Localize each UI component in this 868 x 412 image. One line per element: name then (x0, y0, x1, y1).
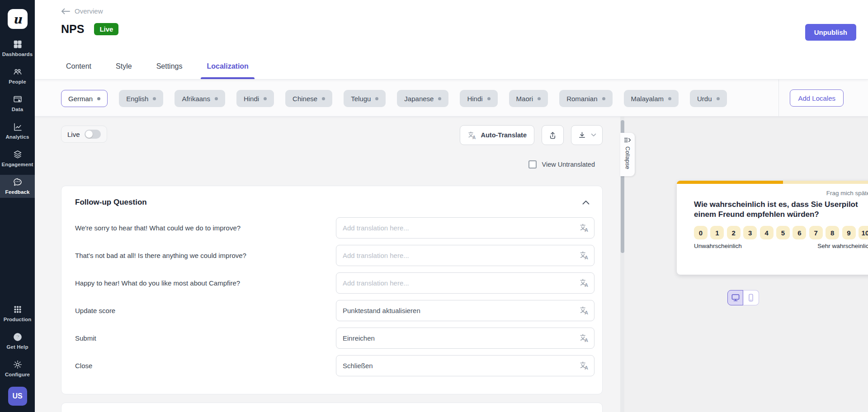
mobile-preview-button[interactable] (743, 290, 759, 305)
collapse-label: Collapse (624, 146, 631, 169)
translation-input[interactable] (336, 328, 594, 349)
chip-label: Afrikaans (182, 95, 210, 103)
locale-chip-hindi[interactable]: Hindi (236, 90, 274, 107)
locale-chip-malayalam[interactable]: Malayalam (624, 90, 679, 107)
locale-chip-japanese[interactable]: Japanese (397, 90, 448, 107)
sidebar-item-production[interactable]: Production (0, 302, 35, 325)
translate-icon[interactable]: A (579, 278, 589, 288)
sidebar-item-label: Feedback (5, 189, 30, 195)
userpilot-logo[interactable]: u (8, 9, 28, 29)
nps-score-button-10[interactable]: 10 (859, 226, 868, 239)
tab-bar: Content Style Settings Localization (60, 62, 255, 79)
page-header: Overview NPS Live Unpublish Content Styl… (35, 0, 868, 80)
locale-chip-english[interactable]: English (119, 90, 163, 107)
nps-score-scale: 0 1 2 3 4 5 6 7 8 9 10 (694, 226, 868, 239)
live-toggle[interactable] (85, 130, 101, 139)
translation-row: Happy to hear! What do you like most abo… (75, 272, 594, 294)
locale-chip-urdu[interactable]: Urdu (690, 90, 727, 107)
translation-field: A (336, 328, 594, 349)
chip-label: Chinese (292, 95, 317, 103)
nps-score-button-7[interactable]: 7 (809, 226, 823, 239)
chip-label: English (126, 95, 148, 103)
analytics-icon (13, 122, 23, 132)
people-icon (13, 67, 23, 77)
import-button[interactable] (542, 125, 564, 145)
back-link[interactable]: Overview (61, 7, 103, 15)
translate-icon[interactable]: A (579, 305, 589, 315)
nps-score-button-4[interactable]: 4 (760, 226, 774, 239)
locale-chip-telugu[interactable]: Telugu (344, 90, 386, 107)
nps-scale-labels: Unwahrscheinlich Sehr wahrscheinlich (694, 243, 868, 249)
locale-chip-german[interactable]: German (61, 90, 108, 107)
chip-label: Malayalam (631, 95, 664, 103)
tab-style[interactable]: Style (110, 62, 138, 79)
locale-chip-hindi-2[interactable]: Hindi (460, 90, 497, 107)
nps-score-button-1[interactable]: 1 (710, 226, 724, 239)
sidebar-item-dashboards[interactable]: Dashboards (0, 37, 35, 60)
sidebar-item-analytics[interactable]: Analytics (0, 120, 35, 143)
translation-input[interactable] (336, 245, 594, 266)
sidebar-item-configure[interactable]: Configure (0, 357, 35, 380)
source-text: That's not bad at all! Is there anything… (75, 252, 336, 259)
svg-text:A: A (585, 282, 588, 288)
sidebar-item-engagement[interactable]: Engagement (0, 147, 35, 170)
translate-icon[interactable]: A (579, 333, 589, 343)
translate-icon[interactable]: A (579, 250, 589, 260)
chevron-up-icon[interactable] (582, 200, 590, 205)
translation-input[interactable] (336, 355, 594, 376)
view-untranslated-checkbox[interactable] (528, 160, 537, 169)
view-untranslated-control[interactable]: View Untranslated (528, 160, 595, 169)
sidebar-item-get-help[interactable]: ? Get Help (0, 330, 35, 353)
sidebar-item-label: People (9, 79, 26, 84)
translation-field: A (336, 272, 594, 294)
nps-question: Wie wahrscheinlich ist es, dass Sie User… (694, 200, 868, 220)
svg-text:A: A (472, 135, 476, 140)
nps-dismiss-link[interactable]: Frag mich später (694, 190, 868, 197)
locale-chip-chinese[interactable]: Chinese (285, 90, 332, 107)
source-text: Update score (75, 307, 336, 314)
locale-status-dot (668, 97, 671, 100)
nps-score-button-3[interactable]: 3 (743, 226, 757, 239)
auto-translate-button[interactable]: A Auto-Translate (460, 125, 534, 145)
locale-chip-romanian[interactable]: Romanian (559, 90, 612, 107)
locale-chip-afrikaans[interactable]: Afrikaans (175, 90, 225, 107)
tab-localization[interactable]: Localization (201, 62, 254, 79)
source-text: Submit (75, 334, 336, 342)
desktop-preview-button[interactable] (727, 290, 743, 305)
nps-score-button-8[interactable]: 8 (826, 226, 839, 239)
collapse-panel-tab[interactable]: Collapse (620, 133, 635, 176)
tab-settings[interactable]: Settings (151, 62, 189, 79)
translation-row: That's not bad at all! Is there anything… (75, 245, 594, 266)
sidebar-item-label: Configure (5, 372, 30, 377)
translation-input[interactable] (336, 300, 594, 321)
sidebar-item-label: Analytics (5, 134, 29, 140)
nps-score-button-0[interactable]: 0 (694, 226, 708, 239)
toggle-knob (85, 131, 93, 138)
nps-score-button-6[interactable]: 6 (793, 226, 806, 239)
translate-icon[interactable]: A (579, 360, 589, 370)
add-locales-button[interactable]: Add Locales (790, 89, 844, 107)
locale-status-dot (97, 97, 100, 100)
tab-content[interactable]: Content (60, 62, 97, 79)
unpublish-button[interactable]: Unpublish (805, 24, 856, 41)
page-title: NPS (61, 23, 84, 36)
locale-status-dot (438, 97, 441, 100)
sidebar-item-label: Get Help (6, 344, 28, 350)
follow-up-question-card: Follow-up Question We're sorry to hear t… (61, 186, 603, 394)
nps-score-button-5[interactable]: 5 (776, 226, 790, 239)
translation-input[interactable] (336, 272, 594, 294)
sidebar-item-data[interactable]: Data (0, 92, 35, 115)
translate-icon[interactable]: A (579, 223, 589, 233)
chip-label: German (68, 95, 93, 103)
sidebar-item-feedback[interactable]: Feedback (0, 175, 35, 198)
user-avatar[interactable]: US (8, 387, 27, 406)
locale-chip-maori[interactable]: Maori (509, 90, 548, 107)
sidebar-item-people[interactable]: People (0, 65, 35, 88)
engagement-icon (13, 150, 23, 159)
nps-preview-card: Frag mich später Wie wahrscheinlich ist … (677, 181, 868, 275)
nps-score-button-9[interactable]: 9 (842, 226, 856, 239)
export-button[interactable] (571, 125, 603, 145)
translation-input[interactable] (336, 217, 594, 239)
nps-score-button-2[interactable]: 2 (727, 226, 741, 239)
translation-toolbar: A Auto-Translate (460, 125, 603, 145)
